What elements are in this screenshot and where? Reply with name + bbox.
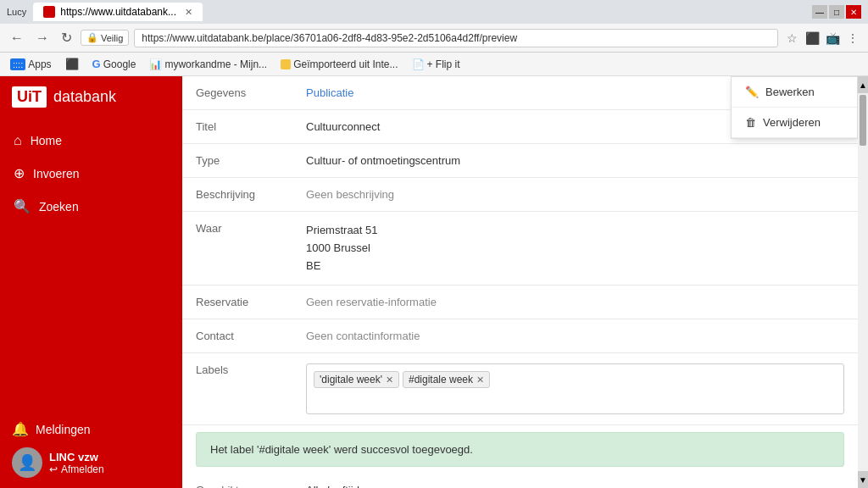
label-tag-2-close[interactable]: ✕ — [476, 374, 484, 385]
scroll-down-button[interactable]: ▼ — [858, 471, 868, 488]
url-input[interactable]: https://www.uitdatabank.be/place/36701a0… — [134, 29, 778, 47]
label-tag-1-close[interactable]: ✕ — [386, 374, 393, 385]
bookmark-star-icon[interactable]: ☆ — [783, 30, 800, 47]
trash-icon: 🗑 — [745, 116, 756, 129]
labels-value: 'digitale week' ✕ #digitale week ✕ — [292, 353, 858, 425]
labels-container[interactable]: 'digitale week' ✕ #digitale week ✕ — [306, 363, 844, 414]
menu-icon[interactable]: ⋮ — [844, 30, 861, 47]
nav-invoeren-label: Invoeren — [33, 167, 79, 180]
waar-label: Waar — [182, 212, 292, 286]
secure-text: Veilig — [101, 33, 123, 43]
afmelden-icon: ↩ — [49, 463, 58, 475]
bookmark-geimporteerd[interactable]: Geïmporteerd uit Inte... — [277, 57, 401, 72]
waar-line1: Priemstraat 51 — [306, 224, 378, 236]
bookmark-mywork-label: myworkandme - Mijn... — [164, 58, 267, 70]
cast-icon[interactable]: 📺 — [824, 30, 841, 47]
tab-title: https://www.uitdatabank... — [60, 6, 176, 18]
tab-favicon — [43, 6, 55, 18]
bewerken-button[interactable]: ✏️ Bewerken — [732, 77, 857, 108]
refresh-button[interactable]: ↻ — [58, 28, 75, 47]
google-icon: G — [92, 58, 101, 70]
form-table-bottom: Geschikt voor Alle leeftijden — [182, 474, 858, 488]
secure-badge: 🔒 Veilig — [81, 30, 129, 46]
labels-label: Labels — [182, 353, 292, 425]
user-info: LINC vzw ↩ Afmelden — [49, 451, 104, 475]
flipboard-icon[interactable]: ⬛ — [804, 30, 821, 47]
sidebar-item-zoeken[interactable]: 🔍 Zoeken — [0, 190, 182, 223]
window-controls: — □ ✕ — [812, 5, 861, 19]
beschrijving-label: Beschrijving — [182, 178, 292, 212]
beschrijving-row: Beschrijving Geen beschrijving — [182, 178, 858, 212]
bookmark-flipit-label: + Flip it — [427, 58, 460, 70]
nav-zoeken-label: Zoeken — [39, 200, 79, 214]
dropdown-menu: ✏️ Bewerken 🗑 Verwijderen — [731, 76, 858, 139]
bewerken-label: Bewerken — [765, 86, 815, 98]
bookmark-apps[interactable]: :::: Apps — [7, 57, 55, 72]
label-tag-1: 'digitale week' ✕ — [314, 371, 399, 388]
user-label: Lucy — [7, 7, 26, 17]
address-bar-icons: ☆ ⬛ 📺 ⋮ — [783, 30, 861, 47]
geimporteerd-icon — [281, 59, 291, 69]
waar-row: Waar Priemstraat 51 1000 Brussel BE — [182, 212, 858, 286]
maximize-button[interactable]: □ — [829, 5, 844, 19]
mywork-icon: 📊 — [149, 58, 162, 70]
label-tag-2: #digitale week ✕ — [403, 371, 490, 388]
beschrijving-value: Geen beschrijving — [292, 178, 858, 212]
avatar: 👤 — [12, 447, 42, 478]
content-area: ✏️ Bewerken 🗑 Verwijderen Gegevens Publi… — [182, 76, 858, 488]
type-label: Type — [182, 144, 292, 178]
scrollbar: ▲ ▼ — [858, 76, 868, 488]
scroll-track — [858, 93, 868, 471]
geschikt-row: Geschikt voor Alle leeftijden — [182, 474, 858, 488]
bookmark-mywork[interactable]: 📊 myworkandme - Mijn... — [146, 57, 270, 72]
home-icon: ⌂ — [14, 133, 22, 148]
logo-area: UiT databank — [0, 76, 182, 118]
labels-row: Labels 'digitale week' ✕ #digitale week … — [182, 353, 858, 425]
label-tag-1-text: 'digitale week' — [320, 374, 382, 385]
avatar-icon: 👤 — [18, 453, 36, 472]
bookmark-flipit[interactable]: 📄 + Flip it — [409, 57, 464, 72]
afmelden-button[interactable]: ↩ Afmelden — [49, 463, 104, 475]
geschikt-label: Geschikt voor — [182, 474, 292, 488]
logo-text: databank — [53, 88, 116, 106]
search-icon: 🔍 — [14, 198, 31, 214]
success-message: Het label '#digitale week' werd succesvo… — [196, 432, 844, 467]
type-row: Type Cultuur- of ontmoetingscentrum — [182, 144, 858, 178]
minimize-button[interactable]: — — [812, 5, 827, 19]
reservatie-row: Reservatie Geen reservatie-informatie — [182, 286, 858, 319]
bookmarks-bar: :::: Apps ⬛ G Google 📊 myworkandme - Mij… — [0, 53, 868, 76]
address-bar: ← → ↻ 🔒 Veilig https://www.uitdatabank.b… — [0, 24, 868, 53]
forward-button[interactable]: → — [32, 29, 53, 47]
close-button[interactable]: ✕ — [846, 5, 861, 19]
tab-close-button[interactable]: ✕ — [185, 7, 192, 18]
main-area: UiT databank ⌂ Home ⊕ Invoeren 🔍 Zoeken … — [0, 76, 868, 488]
verwijderen-button[interactable]: 🗑 Verwijderen — [732, 108, 857, 138]
sidebar-item-invoeren[interactable]: ⊕ Invoeren — [0, 157, 182, 190]
bookmark-google-label: Google — [103, 58, 136, 70]
type-value: Cultuur- of ontmoetingscentrum — [292, 144, 858, 178]
contact-label: Contact — [182, 319, 292, 353]
meldingen-item[interactable]: 🔔 Meldingen — [12, 421, 170, 437]
contact-value: Geen contactinformatie — [292, 319, 858, 353]
back-button[interactable]: ← — [7, 29, 27, 47]
waar-line3: BE — [306, 259, 320, 272]
waar-value: Priemstraat 51 1000 Brussel BE — [292, 212, 858, 286]
meldingen-label: Meldingen — [36, 423, 91, 436]
reservatie-label: Reservatie — [182, 286, 292, 319]
sidebar-item-home[interactable]: ⌂ Home — [0, 125, 182, 157]
afmelden-label: Afmelden — [61, 463, 104, 475]
sidebar: UiT databank ⌂ Home ⊕ Invoeren 🔍 Zoeken … — [0, 76, 182, 488]
nav-items: ⌂ Home ⊕ Invoeren 🔍 Zoeken — [0, 125, 182, 223]
scroll-thumb[interactable] — [860, 95, 866, 146]
scroll-up-button[interactable]: ▲ — [858, 76, 868, 93]
gegevens-tab-label[interactable]: Gegevens — [182, 76, 292, 110]
bookmark-google[interactable]: G Google — [89, 56, 140, 72]
waar-line2: 1000 Brussel — [306, 241, 370, 254]
reservatie-value: Geen reservatie-informatie — [292, 286, 858, 319]
bell-icon: 🔔 — [12, 421, 29, 437]
browser-tab[interactable]: https://www.uitdatabank... ✕ — [33, 3, 203, 21]
verwijderen-label: Verwijderen — [763, 116, 821, 129]
bookmark-flipboard[interactable]: ⬛ — [62, 56, 82, 72]
user-name: LINC vzw — [49, 451, 104, 463]
bookmark-apps-label: Apps — [28, 58, 51, 70]
